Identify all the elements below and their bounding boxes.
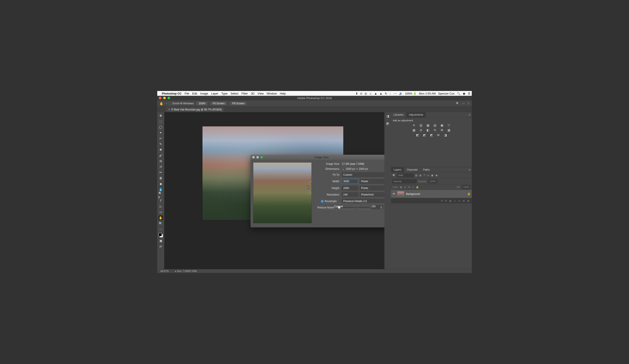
brightness-contrast-icon[interactable]: ☀ xyxy=(412,123,416,127)
menu-filter[interactable]: Filter xyxy=(242,92,248,95)
new-adjustment-icon[interactable]: ◇ xyxy=(454,199,456,202)
more-tools[interactable]: ⋯ xyxy=(158,227,163,232)
blur-tool[interactable]: ◆ xyxy=(158,181,163,186)
fill-value[interactable]: 100% xyxy=(462,185,470,189)
zoom-tool[interactable]: 🔍 xyxy=(158,221,163,226)
resample-checkbox[interactable]: ✓Resample: xyxy=(318,200,337,203)
constrain-proportions-icon[interactable]: ⎘ xyxy=(307,186,309,189)
filter-smart-icon[interactable]: ▣ xyxy=(431,174,434,177)
filter-type-layer-icon[interactable]: T xyxy=(424,174,425,177)
fit-to-select[interactable]: Custom⌄ xyxy=(342,172,384,177)
filter-toggle-icon[interactable]: ◉ xyxy=(436,174,438,177)
clock[interactable]: Mon 2:55 AM xyxy=(419,92,436,95)
layer-thumbnail[interactable] xyxy=(397,191,404,196)
clone-stamp-tool[interactable]: ⧉ xyxy=(158,159,163,164)
black-white-icon[interactable]: ⚖ xyxy=(419,128,423,132)
tab-adjustments[interactable]: Adjustments xyxy=(406,112,426,117)
zoom-level-button[interactable]: 100% xyxy=(196,101,208,106)
layer-row[interactable]: 👁 Background 🔒 xyxy=(391,190,472,198)
hand-tool[interactable]: ✋ xyxy=(158,215,163,220)
fill-screen-button[interactable]: Fill Screen xyxy=(230,101,247,106)
ok-button[interactable]: OK xyxy=(357,203,384,210)
eyedropper-tool[interactable]: ✎ xyxy=(158,142,163,146)
properties-panel-icon[interactable]: ◩ xyxy=(386,122,389,125)
notification-center-icon[interactable]: ☰ xyxy=(468,92,471,95)
lock-position-icon[interactable]: ✥ xyxy=(408,186,410,188)
workspace-icon[interactable]: ▭ xyxy=(462,102,465,105)
tab-libraries[interactable]: Libraries xyxy=(391,112,406,117)
color-swatches[interactable] xyxy=(158,233,163,237)
height-input[interactable]: 2000 xyxy=(342,186,358,190)
fit-screen-button[interactable]: Fit Screen xyxy=(210,101,227,106)
shape-tool[interactable]: ▭ xyxy=(158,210,163,214)
solid-color-icon[interactable]: ◨ xyxy=(443,133,448,137)
healing-tool[interactable]: ✚ xyxy=(158,147,163,152)
new-group-icon[interactable]: ▭ xyxy=(458,199,461,202)
battery-status[interactable]: 100% 🔋 xyxy=(405,92,417,95)
layer-name[interactable]: Background xyxy=(406,192,420,195)
status-doc-info[interactable]: ▸ Doc: 7.03M/7.03M xyxy=(175,270,197,273)
layer-fx-icon[interactable]: fx xyxy=(445,199,447,202)
color-balance-icon[interactable]: ▦ xyxy=(412,128,416,132)
menubar-icon[interactable]: ⎚ xyxy=(360,92,362,95)
menu-window[interactable]: Window xyxy=(267,92,277,95)
new-layer-icon[interactable]: ⊞ xyxy=(463,199,465,202)
lasso-tool[interactable]: ◯ xyxy=(158,125,163,129)
lock-artboard-icon[interactable]: ▭ xyxy=(412,186,414,188)
menu-image[interactable]: Image xyxy=(200,92,208,95)
screen-mode-toggle[interactable]: ⇄ xyxy=(158,244,163,249)
threshold-icon[interactable]: ◩ xyxy=(422,133,427,137)
vibrance-icon[interactable]: ▣ xyxy=(440,123,444,127)
cancel-button[interactable]: Cancel xyxy=(322,203,355,210)
menu-help[interactable]: Help xyxy=(280,92,286,95)
crop-tool[interactable]: ✂ xyxy=(158,136,163,141)
tool-preset-dropdown[interactable]: ▾ xyxy=(166,102,167,104)
menu-3d[interactable]: 3D xyxy=(251,92,254,95)
height-unit-select[interactable]: Pixels⌄ xyxy=(360,186,384,190)
layers-panel-menu-icon[interactable]: ≡ xyxy=(467,167,472,172)
spotlight-icon[interactable]: 🔍 xyxy=(457,92,460,95)
gradient-tool[interactable]: 🗑 xyxy=(158,176,163,181)
close-tab-icon[interactable]: × xyxy=(168,108,170,111)
app-menu[interactable]: Photoshop CC xyxy=(162,92,181,95)
width-unit-select[interactable]: Pixels⌄ xyxy=(360,179,384,184)
selective-color-icon[interactable]: ✉ xyxy=(436,133,441,137)
timemachine-icon[interactable]: ↻ xyxy=(385,92,387,95)
dropbox-icon[interactable]: ⬇ xyxy=(355,92,358,95)
curves-icon[interactable]: ▦ xyxy=(426,123,430,127)
menu-type[interactable]: Type xyxy=(221,92,227,95)
exposure-icon[interactable]: ▤ xyxy=(433,123,437,127)
menu-file[interactable]: File xyxy=(184,92,189,95)
hand-tool-icon[interactable]: ✋ xyxy=(159,101,163,105)
pen-tool[interactable]: 🔍p xyxy=(158,193,163,197)
lock-transparency-icon[interactable]: ▦ xyxy=(400,186,402,188)
channel-mixer-icon[interactable]: ⟲ xyxy=(433,128,437,132)
menu-view[interactable]: View xyxy=(258,92,264,95)
resolution-input[interactable]: 240 xyxy=(342,192,358,197)
levels-icon[interactable]: ▥ xyxy=(419,123,423,127)
type-tool[interactable]: T xyxy=(158,198,163,203)
filter-shape-icon[interactable]: ▭ xyxy=(427,174,429,177)
dialog-preview[interactable] xyxy=(253,162,312,223)
invert-icon[interactable]: ▦ xyxy=(447,128,451,132)
flame-icon[interactable]: ♨ xyxy=(369,92,372,95)
lock-all-icon[interactable]: 🔒 xyxy=(416,186,419,188)
width-input[interactable]: 3000 xyxy=(342,179,358,184)
menu-edit[interactable]: Edit xyxy=(192,92,197,95)
search-icon[interactable]: 🔍 xyxy=(456,102,459,105)
hue-sat-icon[interactable]: ▽ xyxy=(447,123,451,127)
tab-layers[interactable]: Layers xyxy=(391,167,404,172)
color-lookup-icon[interactable]: ♻ xyxy=(440,128,444,132)
volume-icon[interactable]: 🔊 xyxy=(399,92,403,95)
brush-tool[interactable]: 🖌 xyxy=(158,153,163,158)
tab-channels[interactable]: Channels xyxy=(404,167,420,172)
share-icon[interactable]: ⇧ xyxy=(467,102,470,105)
siri-icon[interactable]: ◉ xyxy=(463,92,466,95)
filter-adjustment-icon[interactable]: ◐ xyxy=(420,174,422,177)
path-select-tool[interactable]: ▷ xyxy=(158,204,163,209)
status-zoom[interactable]: 66.67% xyxy=(160,270,169,273)
menu-layer[interactable]: Layer xyxy=(211,92,218,95)
history-panel-icon[interactable]: ◨ xyxy=(386,114,389,118)
link-layers-icon[interactable]: ⟲ xyxy=(441,199,443,202)
eraser-tool[interactable]: ✏ xyxy=(158,170,163,175)
